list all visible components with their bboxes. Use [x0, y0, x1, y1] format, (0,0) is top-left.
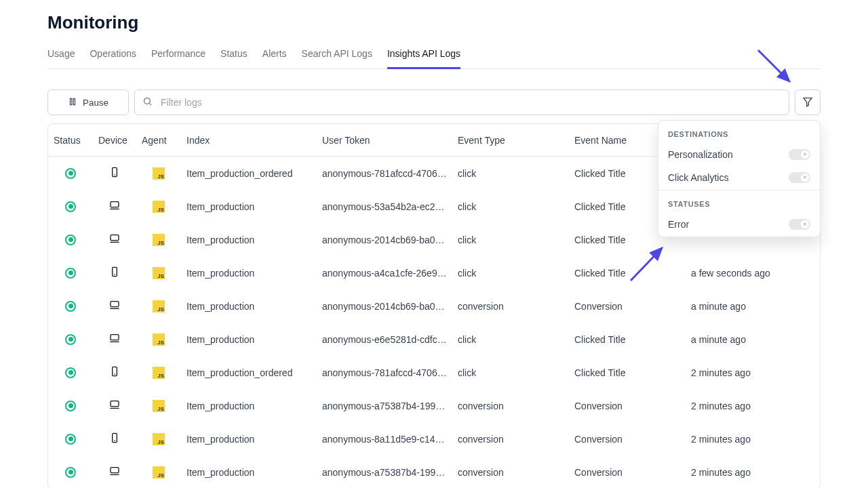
cell-user-token: anonymous-8a11d5e9-c149-… [317, 434, 452, 445]
svg-rect-0 [71, 98, 72, 104]
cell-time: a minute ago [686, 334, 810, 345]
cell-status [48, 467, 93, 478]
tab-insights-api-logs[interactable]: Insights API Logs [387, 43, 460, 68]
cell-status [48, 334, 93, 345]
tab-alerts[interactable]: Alerts [262, 43, 287, 68]
filter-icon [802, 96, 813, 109]
desktop-icon [108, 333, 121, 346]
filter-button[interactable] [795, 89, 821, 115]
cell-agent: JS [136, 400, 181, 412]
controls-bar: Pause [47, 89, 821, 115]
svg-rect-1 [73, 98, 75, 104]
js-agent-icon: JS [153, 201, 165, 213]
cell-user-token: anonymous-a4ca1cfe-26e9-… [317, 268, 452, 279]
cell-user-token: anonymous-e6e5281d-cdfc-… [317, 334, 452, 345]
desktop-icon [108, 466, 121, 479]
cell-time: a minute ago [686, 301, 810, 312]
tabs: Usage Operations Performance Status Aler… [47, 43, 821, 69]
cell-agent: JS [136, 333, 181, 346]
cell-device [93, 399, 136, 412]
search-wrap [134, 89, 789, 115]
cell-status [48, 235, 93, 245]
search-input[interactable] [134, 89, 789, 115]
mobile-icon [109, 432, 120, 445]
tab-operations[interactable]: Operations [90, 43, 136, 68]
cell-user-token: anonymous-781afccd-4706-… [317, 168, 452, 179]
table-row[interactable]: JSItem_productionanonymous-e6e5281d-cdfc… [48, 323, 820, 356]
status-ok-icon [65, 301, 76, 312]
cell-device [93, 333, 136, 346]
cell-device [93, 466, 136, 479]
svg-rect-19 [111, 401, 119, 407]
svg-rect-17 [113, 367, 117, 375]
pause-icon [68, 97, 77, 108]
cell-status [48, 268, 93, 279]
toggle-personalization[interactable] [789, 149, 810, 160]
cell-index: Item_production [181, 334, 317, 345]
col-user-token: User Token [317, 135, 452, 146]
table-row[interactable]: JSItem_productionanonymous-a75387b4-1995… [48, 455, 820, 488]
pause-button[interactable]: Pause [47, 89, 129, 115]
cell-user-token: anonymous-781afccd-4706-… [317, 367, 452, 378]
tab-status[interactable]: Status [220, 43, 248, 68]
filter-label: Error [668, 219, 689, 230]
cell-time: 2 minutes ago [686, 434, 810, 445]
mobile-icon [109, 266, 120, 279]
cell-user-token: anonymous-2014cb69-ba05-… [317, 235, 452, 245]
filter-destination-personalization[interactable]: Personalization [658, 144, 820, 167]
mobile-icon [109, 167, 120, 180]
cell-status [48, 401, 93, 411]
toggle-error[interactable] [789, 219, 810, 230]
filter-destination-click-analytics[interactable]: Click Analytics [658, 167, 820, 190]
svg-rect-15 [111, 335, 119, 340]
tab-search-api-logs[interactable]: Search API Logs [302, 43, 372, 68]
filter-popover: DESTINATIONS Personalization Click Analy… [658, 120, 821, 237]
tab-usage[interactable]: Usage [47, 43, 75, 68]
tab-performance[interactable]: Performance [151, 43, 205, 68]
cell-agent: JS [136, 367, 181, 379]
cell-time: 2 minutes ago [686, 367, 810, 378]
desktop-icon [108, 300, 121, 312]
cell-event-type: click [452, 201, 569, 212]
popover-section-destinations: DESTINATIONS [658, 121, 820, 144]
js-agent-icon: JS [153, 333, 165, 346]
cell-index: Item_production [181, 235, 317, 245]
table-row[interactable]: JSItem_productionanonymous-a4ca1cfe-26e9… [48, 256, 820, 289]
cell-event-type: click [452, 268, 569, 279]
table-row[interactable]: JSItem_production_orderedanonymous-781af… [48, 356, 820, 389]
filter-status-error[interactable]: Error [658, 214, 820, 237]
page-title: Monitoring [47, 12, 821, 33]
cell-event-type: click [452, 367, 569, 378]
cell-agent: JS [136, 234, 181, 246]
cell-event-type: click [452, 235, 569, 245]
cell-status [48, 168, 93, 179]
cell-event-type: conversion [452, 401, 569, 411]
table-row[interactable]: JSItem_productionanonymous-8a11d5e9-c149… [48, 422, 820, 455]
toggle-click-analytics[interactable] [789, 172, 810, 183]
col-event-type: Event Type [452, 135, 569, 146]
cell-user-token: anonymous-a75387b4-1995-… [317, 401, 452, 411]
search-icon [142, 96, 153, 108]
cell-index: Item_production [181, 401, 317, 411]
cell-agent: JS [136, 300, 181, 312]
cell-event-name: Conversion [569, 434, 686, 445]
table-row[interactable]: JSItem_productionanonymous-a75387b4-1995… [48, 389, 820, 422]
cell-event-name: Conversion [569, 301, 686, 312]
cell-user-token: anonymous-a75387b4-1995-… [317, 467, 452, 478]
table-row[interactable]: JSItem_productionanonymous-2014cb69-ba05… [48, 289, 820, 323]
cell-agent: JS [136, 167, 181, 180]
cell-event-name: Conversion [569, 467, 686, 478]
col-device: Device [93, 135, 136, 146]
svg-rect-21 [113, 433, 117, 442]
cell-user-token: anonymous-53a54b2a-ec2c-… [317, 201, 452, 212]
mobile-icon [109, 366, 120, 379]
filter-label: Personalization [668, 149, 733, 160]
status-ok-icon [65, 334, 76, 345]
status-ok-icon [65, 434, 76, 445]
cell-device [93, 200, 136, 213]
cell-event-name: Conversion [569, 401, 686, 411]
js-agent-icon: JS [153, 466, 165, 479]
cell-agent: JS [136, 201, 181, 213]
svg-rect-23 [111, 468, 119, 473]
js-agent-icon: JS [153, 400, 165, 412]
